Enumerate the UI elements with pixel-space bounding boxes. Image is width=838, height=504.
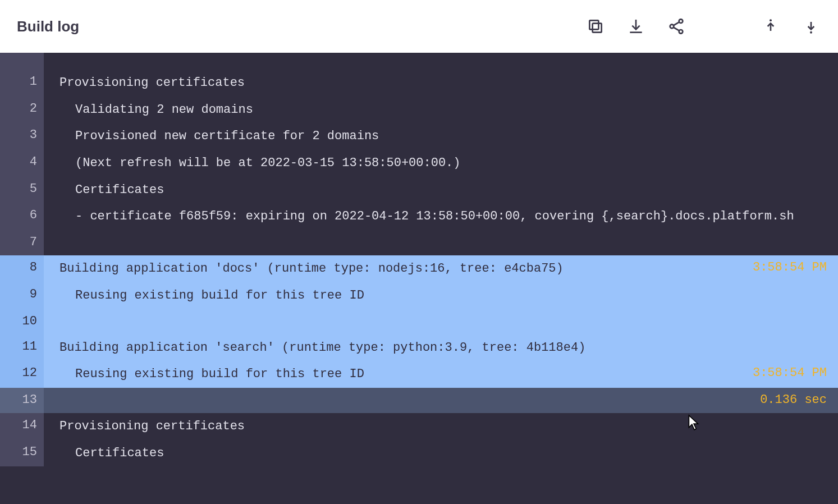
log-meta: 0.136 sec — [754, 388, 838, 412]
line-number: 7 — [0, 230, 44, 255]
header-actions — [585, 16, 821, 36]
log-text: Building application 'search' (runtime t… — [44, 335, 838, 361]
log-line[interactable]: 2Validating 2 new domains — [0, 97, 838, 123]
share-button[interactable] — [666, 16, 686, 36]
line-number: 2 — [0, 97, 44, 123]
log-line[interactable]: 10 — [0, 309, 838, 335]
log-line[interactable]: 4(Next refresh will be at 2022-03-15 13:… — [0, 150, 838, 177]
line-number: 9 — [0, 282, 44, 309]
log-text: Certificates — [44, 440, 838, 467]
log-text: Provisioned new certificate for 2 domain… — [44, 123, 838, 150]
log-text: Provisioning certificates — [44, 413, 838, 440]
svg-rect-1 — [589, 20, 598, 29]
log-spacer — [0, 53, 838, 70]
line-number: 6 — [0, 203, 44, 230]
line-number: 11 — [0, 335, 44, 361]
log-line[interactable]: 11Building application 'search' (runtime… — [0, 335, 838, 361]
log-text — [44, 230, 838, 240]
log-text: - certificate f685f59: expiring on 2022-… — [44, 203, 838, 230]
download-icon — [627, 17, 645, 35]
line-number: 3 — [0, 123, 44, 150]
log-text: Building application 'docs' (runtime typ… — [44, 255, 747, 282]
svg-point-3 — [670, 25, 674, 29]
log-text — [44, 309, 838, 319]
log-line[interactable]: 6- certificate f685f59: expiring on 2022… — [0, 203, 838, 230]
log-text: Validating 2 new domains — [44, 97, 838, 123]
line-number: 10 — [0, 309, 44, 335]
log-text: Reusing existing build for this tree ID — [44, 282, 838, 309]
arrow-up-dot-icon — [762, 17, 780, 35]
line-number: 13 — [0, 388, 44, 413]
line-number: 5 — [0, 177, 44, 204]
log-text: Reusing existing build for this tree ID — [44, 361, 747, 388]
svg-point-4 — [679, 30, 683, 34]
page-title: Build log — [17, 18, 79, 35]
copy-button[interactable] — [585, 16, 606, 36]
log-line[interactable]: 1Provisioning certificates — [0, 70, 838, 97]
log-line[interactable]: 130.136 sec — [0, 388, 838, 413]
arrow-down-dot-icon — [802, 17, 820, 35]
share-icon — [667, 17, 685, 35]
line-number: 4 — [0, 150, 44, 177]
svg-point-6 — [810, 31, 812, 34]
log-line[interactable]: 7 — [0, 230, 838, 255]
log-text — [44, 388, 754, 398]
log-line[interactable]: 12Reusing existing build for this tree I… — [0, 361, 838, 388]
log-line[interactable]: 5Certificates — [0, 177, 838, 204]
svg-point-5 — [770, 19, 772, 21]
svg-point-2 — [679, 19, 683, 23]
log-area[interactable]: 1Provisioning certificates2Validating 2 … — [0, 53, 838, 504]
line-number: 12 — [0, 361, 44, 388]
log-line[interactable]: 8Building application 'docs' (runtime ty… — [0, 255, 838, 282]
log-text: Provisioning certificates — [44, 70, 838, 97]
log-line[interactable]: 14Provisioning certificates — [0, 413, 838, 440]
scroll-top-button[interactable] — [761, 16, 781, 36]
log-meta: 3:58:54 PM — [747, 361, 838, 385]
log-text: Certificates — [44, 177, 838, 204]
line-number: 1 — [0, 70, 44, 97]
line-number: 8 — [0, 255, 44, 282]
log-line[interactable]: 15Certificates — [0, 440, 838, 467]
log-meta: 3:58:54 PM — [747, 255, 838, 280]
log-line[interactable]: 3Provisioned new certificate for 2 domai… — [0, 123, 838, 150]
log-line[interactable]: 9Reusing existing build for this tree ID — [0, 282, 838, 309]
copy-icon — [587, 17, 605, 35]
line-number: 15 — [0, 440, 44, 467]
line-number: 14 — [0, 413, 44, 440]
log-text: (Next refresh will be at 2022-03-15 13:5… — [44, 150, 838, 177]
download-button[interactable] — [626, 16, 646, 36]
svg-rect-0 — [593, 24, 602, 33]
header: Build log — [0, 0, 838, 53]
scroll-bottom-button[interactable] — [801, 16, 821, 36]
